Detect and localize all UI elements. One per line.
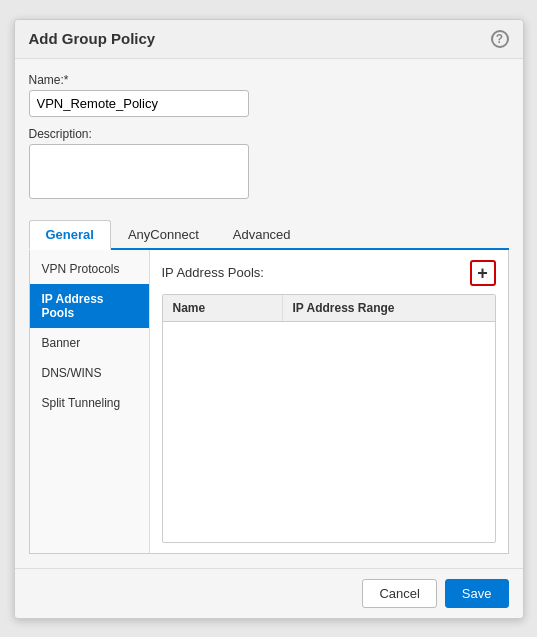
table-header: Name IP Address Range bbox=[163, 295, 495, 322]
column-name-header: Name bbox=[163, 295, 283, 321]
sidebar: VPN Protocols IP Address Pools Banner DN… bbox=[30, 250, 150, 553]
dialog-header: Add Group Policy ? bbox=[15, 20, 523, 59]
cancel-button[interactable]: Cancel bbox=[362, 579, 436, 608]
ip-address-pools-section: IP Address Pools: + Name IP Address Rang… bbox=[150, 250, 508, 553]
column-range-header: IP Address Range bbox=[283, 295, 495, 321]
sidebar-item-dns-wins[interactable]: DNS/WINS bbox=[30, 358, 149, 388]
name-field-group: Name:* bbox=[29, 73, 509, 117]
section-title: IP Address Pools: bbox=[162, 265, 264, 280]
save-button[interactable]: Save bbox=[445, 579, 509, 608]
table-body bbox=[163, 322, 495, 382]
dialog-body: Name:* Description: General AnyConnect A… bbox=[15, 59, 523, 568]
description-field-group: Description: bbox=[29, 127, 509, 202]
name-input[interactable] bbox=[29, 90, 249, 117]
tab-advanced[interactable]: Advanced bbox=[216, 220, 308, 248]
sidebar-item-vpn-protocols[interactable]: VPN Protocols bbox=[30, 254, 149, 284]
description-label: Description: bbox=[29, 127, 509, 141]
dialog-title: Add Group Policy bbox=[29, 30, 156, 47]
tab-anyconnect[interactable]: AnyConnect bbox=[111, 220, 216, 248]
sidebar-item-banner[interactable]: Banner bbox=[30, 328, 149, 358]
tab-content: VPN Protocols IP Address Pools Banner DN… bbox=[29, 250, 509, 554]
add-pool-button[interactable]: + bbox=[470, 260, 496, 286]
sidebar-item-split-tunneling[interactable]: Split Tunneling bbox=[30, 388, 149, 418]
tab-bar: General AnyConnect Advanced bbox=[29, 220, 509, 250]
description-input[interactable] bbox=[29, 144, 249, 199]
section-header: IP Address Pools: + bbox=[162, 260, 496, 286]
ip-address-pools-table: Name IP Address Range bbox=[162, 294, 496, 543]
sidebar-item-ip-address-pools[interactable]: IP Address Pools bbox=[30, 284, 149, 328]
dialog-footer: Cancel Save bbox=[15, 568, 523, 618]
tab-general[interactable]: General bbox=[29, 220, 111, 250]
help-icon[interactable]: ? bbox=[491, 30, 509, 48]
add-group-policy-dialog: Add Group Policy ? Name:* Description: G… bbox=[14, 19, 524, 619]
name-label: Name:* bbox=[29, 73, 509, 87]
